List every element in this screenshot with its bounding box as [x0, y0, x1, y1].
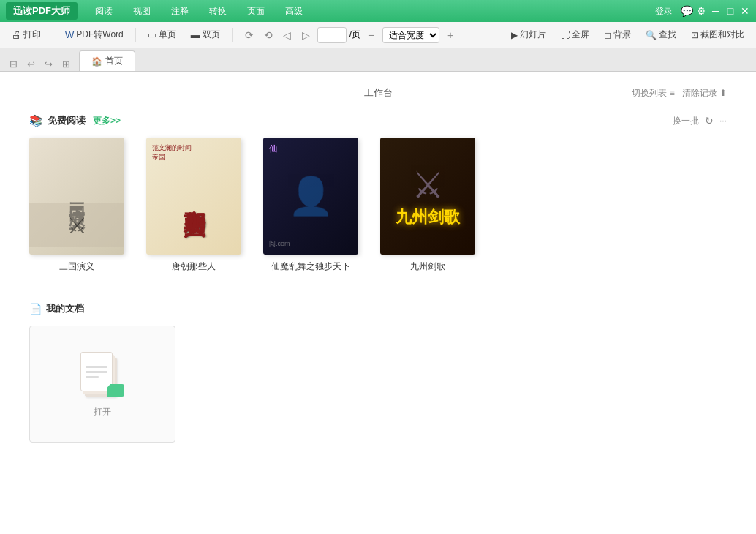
- word-icon: W: [65, 29, 74, 40]
- chat-icon[interactable]: 💬: [681, 6, 692, 16]
- workstation-header: 工作台 切换列表 ≡ 清除记录 ⬆: [0, 72, 756, 107]
- page-label: /页: [349, 29, 360, 41]
- app-logo[interactable]: 迅读PDF大师: [6, 2, 78, 20]
- free-reading-section: 📚 免费阅读 更多>> 换一批 ↻ ··· 三国演义 ⚔ 三国演义: [0, 107, 756, 295]
- background-button[interactable]: ◻ 背景: [598, 26, 637, 43]
- find-icon: 🔍: [646, 30, 657, 40]
- file-stack-icon: [80, 350, 124, 397]
- title-bar: 迅读PDF大师 阅读 视图 注释 转换 页面 高级 登录 💬 ⚙ ─ □ ✕: [0, 0, 756, 22]
- tab-forward-icon[interactable]: ↩: [23, 56, 38, 71]
- green-folder-icon: [107, 384, 124, 397]
- prev-prev-page-button[interactable]: ⟳: [241, 27, 257, 43]
- books-icon: 📚: [29, 114, 43, 127]
- book-title-tang: 唐朝那些人: [172, 260, 216, 273]
- find-button[interactable]: 🔍 查找: [640, 26, 682, 43]
- workstation-actions: 切换列表 ≡ 清除记录 ⬆: [632, 87, 727, 99]
- toolbar: 🖨 打印 W PDF转Word ▭ 单页 ▬ 双页 ⟳ ⟲ ◁ ▷ /页 − 适…: [0, 22, 756, 48]
- book-title-sanguoyanyi: 三国演义: [59, 260, 94, 273]
- login-button[interactable]: 登录: [651, 4, 677, 19]
- minimize-icon[interactable]: ─: [711, 6, 721, 16]
- fullscreen-button[interactable]: ⛶ 全屏: [555, 26, 595, 43]
- next-page-button[interactable]: ▷: [298, 27, 314, 43]
- print-button[interactable]: 🖨 打印: [6, 26, 47, 43]
- book-cover-sanguoyanyi: 三国演义 ⚔: [29, 138, 124, 255]
- open-doc-label: 打开: [94, 406, 111, 418]
- book-title-xianmo: 仙魔乱舞之独步天下: [271, 260, 350, 273]
- xianmo-figure: 👤: [288, 175, 333, 217]
- background-icon: ◻: [604, 30, 611, 40]
- settings-icon[interactable]: ⚙: [696, 6, 706, 16]
- free-reading-header: 📚 免费阅读 更多>> 换一批 ↻ ···: [29, 114, 727, 127]
- workstation-title: 工作台: [364, 86, 393, 99]
- zoom-out-button[interactable]: −: [363, 27, 379, 43]
- home-icon: 🏠: [91, 56, 102, 67]
- double-page-button[interactable]: ▬ 双页: [185, 26, 226, 43]
- book-item-jiuzhou[interactable]: ⚔ 九州剑歌 九州剑歌: [380, 138, 475, 273]
- zoom-select[interactable]: 适合宽度 50% 75% 100% 125% 150%: [382, 27, 439, 43]
- refresh-label: 换一批: [673, 115, 699, 127]
- menu-view[interactable]: 视图: [123, 2, 161, 20]
- tab-nav: ⊟ ↩ ↪ ⊞: [6, 56, 73, 71]
- refresh-button[interactable]: ↻: [705, 115, 714, 127]
- file-front: [80, 352, 113, 391]
- toolbar-separator-2: [135, 28, 136, 42]
- toolbar-right: ▶ 幻灯片 ⛶ 全屏 ◻ 背景 🔍 查找 ⊡ 截图和对比: [505, 26, 750, 43]
- menu-advanced[interactable]: 高级: [275, 2, 313, 20]
- books-grid: 三国演义 ⚔ 三国演义 唐朝那些人 范文澜的时间帝国 唐朝那些人 仙: [29, 138, 727, 280]
- crop-icon: ⊡: [691, 30, 698, 40]
- fullscreen-icon: ⛶: [561, 30, 570, 40]
- menu-convert[interactable]: 转换: [199, 2, 237, 20]
- home-tab[interactable]: 🏠 首页: [79, 50, 135, 71]
- xianmo-watermark: 阅.com: [269, 239, 290, 249]
- more-link[interactable]: 更多>>: [93, 115, 121, 127]
- book-item-sanguoyanyi[interactable]: 三国演义 ⚔ 三国演义: [29, 138, 124, 273]
- clear-records-button[interactable]: 清除记录 ⬆: [682, 87, 727, 99]
- free-reading-title: 📚 免费阅读 更多>>: [29, 114, 121, 127]
- my-docs-section: 📄 我的文档 打开: [0, 295, 756, 457]
- tang-subtitle: 范文澜的时间帝国: [152, 143, 196, 162]
- tab-back-icon[interactable]: ⊟: [6, 56, 20, 71]
- menu-page[interactable]: 页面: [237, 2, 275, 20]
- book-cover-jiuzhou: ⚔ 九州剑歌: [380, 138, 475, 255]
- single-page-icon: ▭: [148, 29, 156, 40]
- tab-bar: ⊟ ↩ ↪ ⊞ 🏠 首页: [0, 48, 756, 72]
- warrior-illustration: ⚔: [67, 213, 87, 238]
- book-cover-tang: 唐朝那些人 范文澜的时间帝国: [146, 138, 241, 255]
- single-page-button[interactable]: ▭ 单页: [142, 26, 182, 43]
- close-icon[interactable]: ✕: [740, 6, 750, 16]
- menu-annotate[interactable]: 注释: [161, 2, 199, 20]
- zoom-in-button[interactable]: +: [442, 27, 458, 43]
- slideshow-button[interactable]: ▶ 幻灯片: [505, 26, 552, 43]
- book-title-jiuzhou: 九州剑歌: [410, 260, 445, 273]
- main-content: 工作台 切换列表 ≡ 清除记录 ⬆ 📚 免费阅读 更多>> 换一批 ↻ ···: [0, 72, 756, 534]
- tab-nav-icon[interactable]: ↪: [41, 56, 56, 71]
- slideshow-icon: ▶: [511, 30, 518, 40]
- menu-read[interactable]: 阅读: [85, 2, 123, 20]
- open-doc-card[interactable]: 打开: [29, 326, 175, 443]
- toolbar-separator-1: [53, 28, 53, 42]
- switch-list-button[interactable]: 切换列表 ≡: [632, 87, 674, 99]
- book-item-tang[interactable]: 唐朝那些人 范文澜的时间帝国 唐朝那些人: [146, 138, 241, 273]
- title-bar-right: 登录 💬 ⚙ ─ □ ✕: [651, 4, 750, 19]
- docs-icon: 📄: [29, 303, 42, 315]
- tab-grid-icon[interactable]: ⊞: [58, 56, 73, 71]
- print-icon: 🖨: [12, 29, 21, 40]
- more-options-button[interactable]: ···: [719, 116, 727, 126]
- my-docs-header: 📄 我的文档: [29, 302, 727, 315]
- maximize-icon[interactable]: □: [725, 6, 736, 16]
- prev-page-button[interactable]: ◁: [279, 27, 295, 43]
- page-nav: ⟳ ⟲ ◁ ▷ /页 − 适合宽度 50% 75% 100% 125% 150%…: [241, 27, 458, 43]
- book-cover-xianmo: 仙 阅.com 👤: [263, 138, 358, 255]
- menu-bar: 阅读 视图 注释 转换 页面 高级: [85, 2, 651, 20]
- pdf-to-word-button[interactable]: W PDF转Word: [59, 26, 129, 43]
- toolbar-separator-3: [232, 28, 233, 42]
- free-reading-actions: 换一批 ↻ ···: [673, 115, 727, 127]
- double-page-icon: ▬: [191, 29, 200, 40]
- page-input[interactable]: [317, 27, 347, 43]
- crop-compare-button[interactable]: ⊡ 截图和对比: [685, 26, 750, 43]
- next-next-page-button[interactable]: ⟲: [260, 27, 276, 43]
- book-item-xianmo[interactable]: 仙 阅.com 👤 仙魔乱舞之独步天下: [263, 138, 358, 273]
- jiuzhou-figure: ⚔: [412, 164, 445, 206]
